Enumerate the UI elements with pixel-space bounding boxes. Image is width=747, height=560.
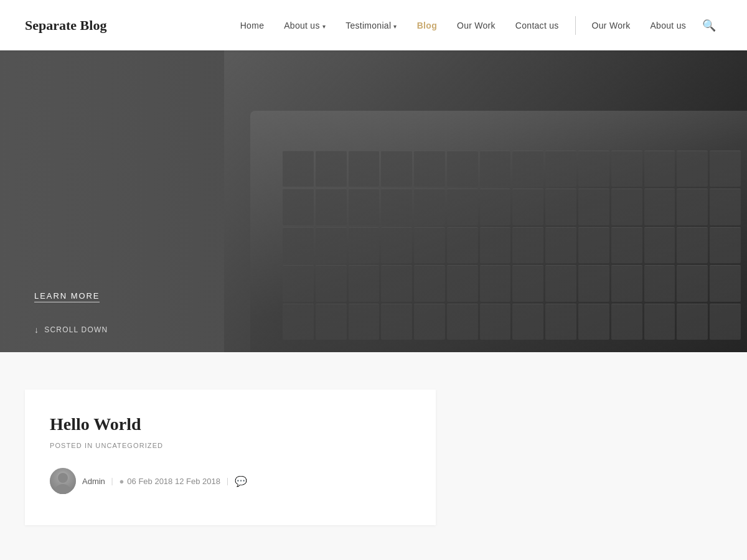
hero-section: LEARN MORE ↓ SCROLL DOWN [0, 50, 747, 352]
search-button[interactable]: 🔍 [696, 19, 722, 32]
main-content: Hello World POSTED IN UNCATEGORIZED Admi… [0, 352, 747, 560]
nav-home[interactable]: Home [230, 21, 274, 30]
testimonial-dropdown-arrow: ▾ [393, 23, 397, 30]
blog-post-card: Hello World POSTED IN UNCATEGORIZED Admi… [25, 390, 436, 525]
site-header: Separate Blog Home About us ▾ Testimonia… [0, 0, 747, 50]
post-category-name: UNCATEGORIZED [95, 442, 163, 449]
meta-divider-1: | [111, 476, 113, 486]
scroll-down-indicator: ↓ SCROLL DOWN [34, 325, 108, 335]
hero-overlay [0, 50, 747, 352]
nav-testimonial[interactable]: Testimonial ▾ [336, 21, 407, 30]
post-title: Hello World [50, 414, 411, 434]
meta-divider-2: | [227, 476, 228, 486]
nav-about-us-2[interactable]: About us [640, 21, 696, 30]
clock-icon: ● [119, 477, 124, 486]
nav-contact-us[interactable]: Contact us [505, 21, 569, 30]
scroll-down-arrow: ↓ [34, 325, 39, 335]
hero-content: LEARN MORE [34, 290, 100, 302]
nav-blog[interactable]: Blog [407, 21, 447, 30]
search-icon: 🔍 [702, 19, 716, 32]
post-date-value: 06 Feb 2018 12 Feb 2018 [127, 477, 220, 486]
post-date: ● 06 Feb 2018 12 Feb 2018 [119, 477, 220, 486]
main-nav: Home About us ▾ Testimonial ▾ Blog Our W… [230, 16, 722, 35]
site-title: Separate Blog [25, 17, 106, 34]
learn-more-button[interactable]: LEARN MORE [34, 291, 100, 302]
nav-our-work[interactable]: Our Work [447, 21, 505, 30]
scroll-down-label: SCROLL DOWN [44, 325, 108, 334]
post-author: Admin [82, 477, 105, 486]
nav-divider [575, 16, 576, 35]
post-category: POSTED IN UNCATEGORIZED [50, 442, 411, 449]
post-meta: Admin | ● 06 Feb 2018 12 Feb 2018 | 💬 [50, 468, 411, 494]
comment-icon: 💬 [235, 475, 247, 487]
about-us-dropdown-arrow: ▾ [322, 23, 326, 30]
nav-our-work-2[interactable]: Our Work [582, 21, 641, 30]
author-avatar [50, 468, 76, 494]
nav-about-us[interactable]: About us ▾ [274, 21, 336, 30]
avatar-image [50, 468, 76, 494]
post-category-prefix: POSTED IN [50, 442, 93, 449]
